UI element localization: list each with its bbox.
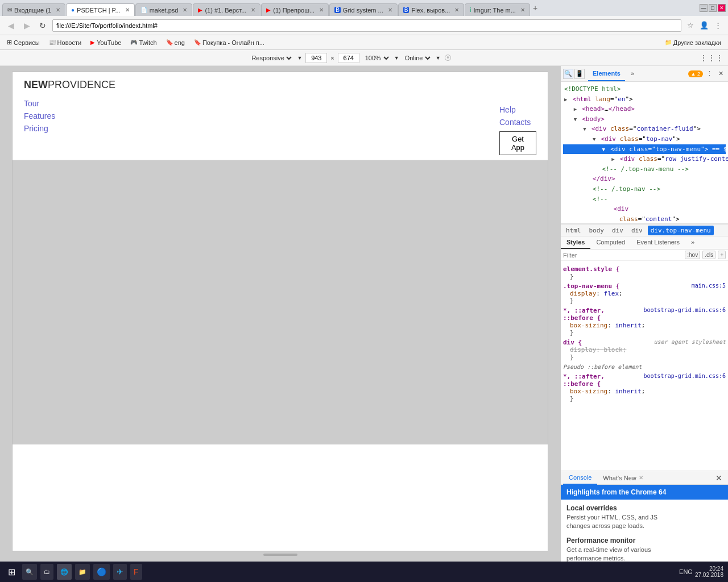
attr-name: class [610, 125, 629, 132]
tab-close-icon[interactable]: ✕ [388, 7, 392, 13]
close-button[interactable]: ✕ [718, 4, 726, 12]
tree-class-content[interactable]: class="content"> [563, 214, 726, 224]
width-input[interactable] [305, 53, 327, 63]
tab-close-icon[interactable]: ✕ [125, 7, 130, 13]
minimize-button[interactable]: — [700, 4, 708, 12]
tab-close-icon[interactable]: ✕ [520, 7, 525, 13]
tab-maket[interactable]: 📄 maket.psd ✕ [135, 3, 193, 16]
nav-link-tour[interactable]: Tour [24, 99, 115, 108]
tree-body[interactable]: ▼ <body> [563, 114, 726, 124]
tab-more-styles[interactable]: » [685, 236, 700, 249]
back-button[interactable]: ◀ [5, 19, 17, 32]
nav-link-help[interactable]: Help [499, 105, 516, 114]
bookmark-eng[interactable]: 🔖 eng [164, 38, 187, 47]
telegram-taskbar-button[interactable]: ✈ [113, 564, 127, 580]
nav-link-pricing[interactable]: Pricing [24, 124, 115, 133]
tab-event-listeners[interactable]: Event Listeners [631, 236, 685, 249]
nav-link-contacts[interactable]: Contacts [499, 118, 531, 127]
chrome-taskbar-button[interactable]: 🔵 [93, 564, 110, 580]
file-explorer-taskbar-button[interactable]: 📁 [75, 564, 90, 580]
breadcrumb-top-nav-menu[interactable]: div.top-nav-menu [648, 226, 714, 235]
bookmark-servisy[interactable]: ⊞ Сервисы [5, 38, 42, 47]
tree-top-nav-menu[interactable]: ▼ <div class="top-nav-menu"> == $0 [563, 144, 726, 155]
css-source-link[interactable]: bootstrap-grid.min.css:6 [644, 307, 726, 313]
tab-computed[interactable]: Computed [590, 236, 631, 249]
tree-comment1[interactable]: <!-- /.top-nav-menu --> [563, 164, 726, 174]
search-taskbar-button[interactable]: 🔍 [22, 564, 37, 580]
bookmark-icon[interactable]: ☆ [685, 20, 696, 31]
forward-button[interactable]: ▶ [20, 19, 33, 32]
bookmark-youtube[interactable]: ▶ YouTube [88, 38, 123, 47]
tab-close-icon[interactable]: ✕ [251, 7, 255, 13]
tab-whats-new[interactable]: What's New ✕ [597, 471, 648, 485]
pseudo-hover-button[interactable]: :hov [685, 251, 700, 259]
tab-elements[interactable]: Elements [588, 66, 625, 81]
responsive-more-button[interactable]: ⋮⋮⋮ [700, 53, 723, 63]
inspect-element-icon[interactable]: 🔍 [563, 69, 573, 79]
elements-tree[interactable]: <!DOCTYPE html> ▶ <html lang="en"> ▶ <he… [561, 82, 728, 224]
online-select[interactable]: Online [403, 54, 432, 62]
figma-taskbar-button[interactable]: F [130, 564, 142, 580]
tree-div-content[interactable]: <div [563, 204, 726, 214]
bookmark-novosti[interactable]: 📰 Новости [47, 38, 84, 47]
tab-psdetch[interactable]: ● PSDETCH | P... ✕ [66, 3, 135, 16]
bookmark-other[interactable]: 📁 Другие закладки [663, 38, 723, 47]
elements-breadcrumb: html body div div div.top-nav-menu [561, 224, 728, 236]
tree-comment2[interactable]: <!-- /.top-nav --> [563, 184, 726, 194]
menu-icon[interactable]: ⋮ [712, 20, 723, 31]
breadcrumb-body[interactable]: body [586, 226, 607, 235]
styles-filter-input[interactable] [563, 252, 682, 259]
start-button[interactable]: ⊞ [5, 564, 19, 580]
maximize-button[interactable]: □ [709, 4, 717, 12]
pseudo-cls-button[interactable]: .cls [702, 251, 715, 259]
tab-gmail[interactable]: ✉ Входящие (1 ✕ [2, 3, 65, 16]
breadcrumb-div1[interactable]: div [609, 226, 626, 235]
tab-close-icon[interactable]: ✕ [183, 7, 187, 13]
tree-close-div[interactable]: </div> [563, 174, 726, 184]
tab-prep[interactable]: ▶ (1) Препрош... ✕ [261, 3, 329, 16]
tab-grid[interactable]: B Grid system ... ✕ [329, 3, 398, 16]
css-source-link[interactable]: bootstrap-grid.min.css:6 [644, 373, 726, 379]
task-view-button[interactable]: 🗂 [40, 564, 53, 580]
address-bar[interactable] [52, 19, 681, 32]
css-source-link[interactable]: main.css:5 [692, 282, 726, 289]
device-mode-icon[interactable]: 📱 [574, 69, 585, 79]
panel-close-button[interactable]: ✕ [712, 473, 726, 483]
tab-verst[interactable]: ▶ (1) #1. Верст... ✕ [193, 3, 260, 16]
browser-taskbar-button[interactable]: 🌐 [57, 564, 72, 580]
tree-container[interactable]: ▼ <div class="container-fluid"> [563, 124, 726, 134]
zoom-select[interactable]: 100% [363, 54, 391, 62]
bookmark-twitch[interactable]: 🎮 Twitch [128, 38, 159, 47]
tab-imgur[interactable]: i Imgur: The m... ✕ [465, 3, 530, 16]
breadcrumb-html[interactable]: html [563, 226, 584, 235]
get-app-button[interactable]: Get App [499, 131, 536, 155]
windows-icon: ⊞ [8, 567, 15, 577]
tab-close-icon[interactable]: ✕ [639, 475, 643, 481]
tree-head[interactable]: ▶ <head>…</head> [563, 104, 726, 114]
tree-comment3[interactable]: <!-- [563, 194, 726, 205]
tab-more-panels[interactable]: » [626, 66, 639, 81]
devtools-settings-icon[interactable]: ⋮ [704, 69, 714, 79]
tree-row[interactable]: ▶ <div class="row justify-content-around… [563, 154, 726, 164]
height-input[interactable] [338, 53, 359, 63]
tree-doctype[interactable]: <!DOCTYPE html> [563, 84, 726, 94]
tab-console[interactable]: Console [563, 471, 597, 485]
account-icon[interactable]: 👤 [698, 20, 710, 31]
warning-badge[interactable]: ▲ 2 [688, 70, 703, 77]
new-tab-button[interactable]: + [531, 3, 540, 13]
tab-close-icon[interactable]: ✕ [56, 7, 60, 13]
nav-link-features[interactable]: Features [24, 111, 115, 120]
tree-top-nav[interactable]: ▼ <div class="top-nav"> [563, 134, 726, 144]
bookmark-pokupka[interactable]: 🔖 Покупка - Онлайн п... [192, 38, 267, 47]
tree-html[interactable]: ▶ <html lang="en"> [563, 94, 726, 105]
reload-button[interactable]: ↻ [36, 19, 49, 32]
page-body-gray [13, 160, 548, 444]
add-style-button[interactable]: + [718, 251, 726, 259]
breadcrumb-div2[interactable]: div [628, 226, 646, 235]
tab-flex[interactable]: B Flex, выров... ✕ [398, 3, 465, 16]
responsive-select[interactable]: Responsive [249, 54, 293, 62]
tab-close-icon[interactable]: ✕ [319, 7, 324, 13]
tab-styles[interactable]: Styles [561, 236, 590, 249]
tab-close-icon[interactable]: ✕ [454, 7, 459, 13]
devtools-close-icon[interactable]: ✕ [715, 69, 726, 79]
